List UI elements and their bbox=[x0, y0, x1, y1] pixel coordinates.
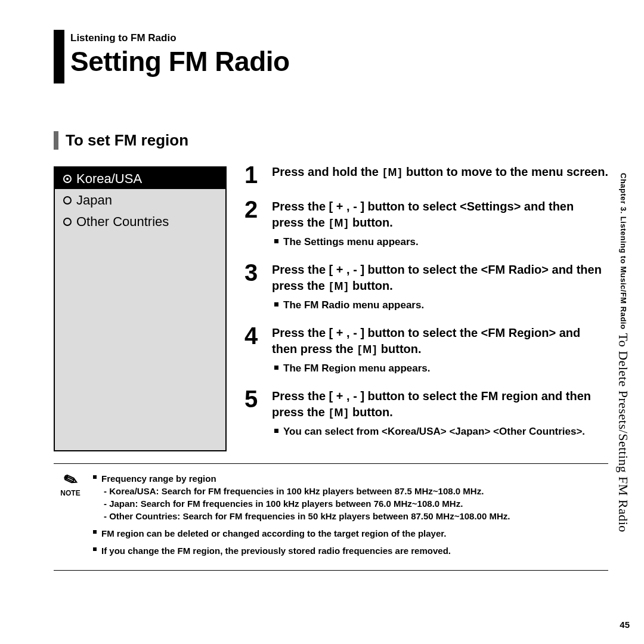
square-bullet-icon bbox=[274, 239, 278, 243]
step: 4Press the [ + , - ] button to select th… bbox=[244, 325, 608, 375]
region-option[interactable]: Korea/USA bbox=[55, 168, 225, 189]
step-body: Press the [ + , - ] button to select the… bbox=[272, 262, 608, 312]
side-chapter-tab: Chapter 3. Listening to Music/FM Radio T… bbox=[614, 173, 632, 532]
step-body: Press the [ + , - ] button to select the… bbox=[272, 325, 608, 375]
step-instruction: Press the [ + , - ] button to select <Se… bbox=[272, 199, 608, 231]
step-list: 1Press and hold the M button to move to … bbox=[244, 164, 614, 451]
step-number: 5 bbox=[244, 388, 264, 438]
note-item: If you change the FM region, the previou… bbox=[93, 544, 606, 557]
step-number: 4 bbox=[244, 325, 264, 375]
square-bullet-icon bbox=[274, 302, 278, 306]
chapter-section: To Delete Presets/Setting FM Radio bbox=[616, 333, 631, 532]
square-bullet-icon bbox=[274, 429, 278, 433]
step: 2Press the [ + , - ] button to select <S… bbox=[244, 199, 608, 249]
step-sub-note: The Settings menu appears. bbox=[274, 236, 608, 249]
title-block: Listening to FM Radio Setting FM Radio bbox=[48, 30, 614, 78]
step-sub-note: The FM Region menu appears. bbox=[274, 362, 608, 375]
note-list: Frequency range by region- Korea/USA: Se… bbox=[93, 472, 606, 562]
square-bullet-icon bbox=[93, 475, 97, 479]
note-icon: ✎ NOTE bbox=[56, 472, 85, 562]
step-body: Press the [ + , - ] button to select the… bbox=[272, 388, 608, 438]
note-item: Frequency range by region- Korea/USA: Se… bbox=[93, 472, 606, 522]
title-bar bbox=[54, 30, 64, 83]
m-button-icon: M bbox=[328, 216, 349, 230]
step-body: Press and hold the M button to move to t… bbox=[272, 164, 608, 185]
breadcrumb: Listening to FM Radio bbox=[70, 30, 614, 44]
region-option-label: Korea/USA bbox=[76, 171, 142, 187]
radio-icon bbox=[63, 175, 72, 183]
region-option-label: Japan bbox=[76, 193, 112, 208]
step-number: 1 bbox=[244, 164, 264, 185]
section-title: To set FM region bbox=[54, 131, 614, 150]
step-instruction: Press the [ + , - ] button to select the… bbox=[272, 325, 608, 357]
content: Korea/USAJapanOther Countries 1Press and… bbox=[54, 164, 614, 451]
radio-icon bbox=[63, 218, 72, 226]
step: 1Press and hold the M button to move to … bbox=[244, 164, 608, 185]
m-button-icon: M bbox=[357, 342, 377, 357]
note-block: ✎ NOTE Frequency range by region- Korea/… bbox=[54, 463, 608, 571]
pencil-icon: ✎ bbox=[61, 470, 79, 491]
radio-icon bbox=[63, 196, 72, 205]
step-instruction: Press and hold the M button to move to t… bbox=[272, 164, 608, 180]
step-number: 2 bbox=[244, 199, 264, 249]
square-bullet-icon bbox=[274, 366, 278, 370]
m-button-icon: M bbox=[328, 405, 349, 420]
square-bullet-icon bbox=[93, 547, 97, 551]
step: 3Press the [ + , - ] button to select th… bbox=[244, 262, 608, 312]
step-sub-note: You can select from <Korea/USA> <Japan> … bbox=[274, 425, 608, 438]
page-title: Setting FM Radio bbox=[70, 45, 614, 78]
step-sub-note: The FM Radio menu appears. bbox=[274, 299, 608, 312]
note-label: NOTE bbox=[60, 489, 80, 497]
region-option[interactable]: Other Countries bbox=[55, 210, 225, 232]
step: 5Press the [ + , - ] button to select th… bbox=[244, 388, 608, 438]
region-select-box: Korea/USAJapanOther Countries bbox=[54, 166, 227, 451]
step-instruction: Press the [ + , - ] button to select the… bbox=[272, 262, 608, 294]
page-number: 45 bbox=[620, 620, 630, 630]
step-number: 3 bbox=[244, 262, 264, 312]
step-body: Press the [ + , - ] button to select <Se… bbox=[272, 199, 608, 249]
m-button-icon: M bbox=[328, 279, 349, 293]
step-instruction: Press the [ + , - ] button to select the… bbox=[272, 388, 608, 420]
note-item: FM region can be deleted or changed acco… bbox=[93, 527, 606, 540]
m-button-icon: M bbox=[382, 165, 402, 179]
region-option[interactable]: Japan bbox=[55, 189, 225, 210]
region-option-label: Other Countries bbox=[76, 214, 169, 230]
chapter-label: Chapter 3. Listening to Music/FM Radio bbox=[619, 173, 628, 329]
square-bullet-icon bbox=[93, 530, 97, 534]
